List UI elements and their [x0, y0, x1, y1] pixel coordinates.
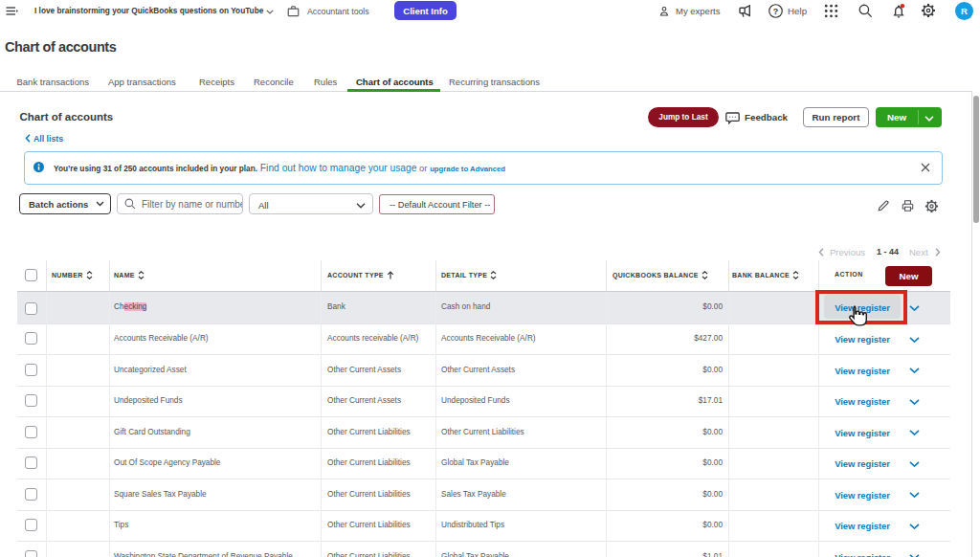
svg-text:?: ? — [773, 6, 778, 15]
